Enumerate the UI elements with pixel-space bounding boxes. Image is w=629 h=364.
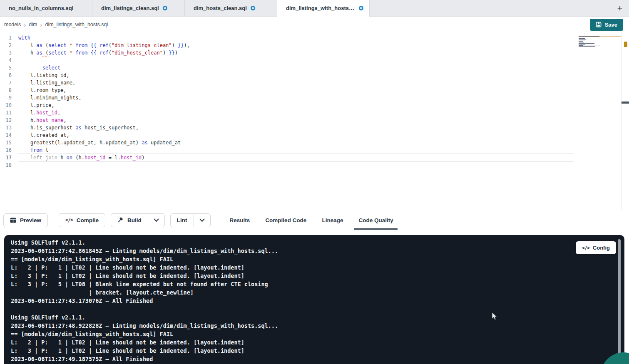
- code-line[interactable]: 2 l as (select * from {{ ref("dim_listin…: [0, 42, 629, 49]
- build-button-group: Build: [111, 213, 165, 227]
- tab-label: dim_listings_with_hosts.sql: [286, 5, 355, 11]
- code-text: l.price,: [18, 102, 574, 109]
- breadcrumb-item[interactable]: dim: [29, 22, 37, 27]
- code-line[interactable]: 17 left join h on (h.host_id = l.host_id…: [0, 154, 629, 161]
- code-text: left join h on (h.host_id = l.host_id): [18, 154, 574, 161]
- terminal-line: [11, 305, 624, 313]
- unsaved-dot-icon: [359, 6, 363, 10]
- line-number: 12: [0, 116, 18, 124]
- line-number: 9: [0, 94, 18, 102]
- terminal-line: == [models/dim/dim_listings_with_hosts.s…: [11, 255, 624, 263]
- lint-button[interactable]: Lint: [170, 213, 194, 227]
- panel-tab-code-quality[interactable]: Code Quality: [358, 215, 394, 225]
- code-line[interactable]: 15 greatest(l.updated_at, h.updated_at) …: [0, 139, 629, 146]
- code-text: l.listing_id,: [18, 72, 574, 79]
- build-button[interactable]: Build: [111, 213, 148, 227]
- code-text: from l: [18, 146, 574, 154]
- breadcrumb-item[interactable]: models: [4, 22, 21, 27]
- line-number: 15: [0, 139, 18, 146]
- tab-label: dim_listings_clean.sql: [101, 5, 159, 11]
- terminal-line: L: 3 | P: 1 | LT02 | Line should not be …: [11, 347, 624, 355]
- editor-tab[interactable]: dim_listings_with_hosts.sql: [277, 0, 370, 16]
- terminal-line: L: 2 | P: 1 | LT02 | Line should not be …: [11, 263, 624, 272]
- code-icon: </>: [582, 245, 589, 251]
- code-text: greatest(l.updated_at, h.updated_at) as …: [18, 139, 574, 146]
- terminal-line: L: 2 | P: 1 | LT02 | Line should not be …: [11, 338, 624, 347]
- chevron-right-icon: ›: [40, 22, 42, 28]
- code-text: l.room_type,: [18, 87, 574, 94]
- line-number: 16: [0, 146, 18, 154]
- code-line[interactable]: 1with: [0, 34, 629, 42]
- line-number: 7: [0, 79, 18, 87]
- code-text: l.host_id,: [18, 109, 574, 116]
- path-bar: models›dim›dim_listings_with_hosts.sql S…: [0, 17, 629, 32]
- line-number: 3: [0, 49, 18, 57]
- terminal-line: == [models/dim/dim_listings_with_hosts.s…: [11, 330, 624, 338]
- code-text: h as (select * from {{ ref("dim_hosts_cl…: [18, 49, 574, 57]
- breadcrumb-item[interactable]: dim_listings_with_hosts.sql: [45, 22, 108, 27]
- line-number: 1: [0, 34, 18, 42]
- compile-button[interactable]: </> Compile: [59, 213, 105, 227]
- preview-button[interactable]: Preview: [3, 213, 48, 227]
- minimap[interactable]: [579, 35, 621, 83]
- code-line[interactable]: 3 h as (select * from {{ ref("dim_hosts_…: [0, 49, 629, 57]
- compile-label: Compile: [77, 217, 99, 223]
- save-button[interactable]: Save: [590, 19, 623, 31]
- code-text: with: [18, 34, 574, 42]
- minimap-line: [579, 47, 621, 48]
- code-line[interactable]: 18: [0, 161, 629, 169]
- code-editor[interactable]: 1with2 l as (select * from {{ ref("dim_l…: [0, 32, 629, 210]
- code-line[interactable]: 7 l.listing_name,: [0, 79, 629, 87]
- line-number: 17: [0, 154, 18, 161]
- panel-tab-lineage[interactable]: Lineage: [321, 215, 344, 225]
- terminal-scrollbar[interactable]: [618, 239, 621, 362]
- chevron-right-icon: ›: [24, 22, 26, 28]
- code-line[interactable]: 14 l.created_at,: [0, 131, 629, 139]
- hammer-icon: [117, 217, 124, 223]
- code-line[interactable]: 13 h.is_superhost as host_is_superhost,: [0, 124, 629, 131]
- unsaved-dot-icon: [163, 6, 167, 10]
- tab-strip: no_nulls_in_columns.sqldim_listings_clea…: [0, 0, 370, 16]
- editor-tab[interactable]: dim_listings_clean.sql: [92, 0, 185, 16]
- panel-tab-compiled-code[interactable]: Compiled Code: [264, 215, 307, 225]
- code-line[interactable]: 12 h.host_name,: [0, 116, 629, 124]
- code-line[interactable]: 8 l.room_type,: [0, 87, 629, 94]
- lint-dropdown-button[interactable]: [194, 213, 211, 227]
- code-text: l.created_at,: [18, 131, 574, 139]
- code-text: [18, 161, 574, 169]
- terminal-line: Using SQLFluff v2.1.1.: [11, 313, 624, 322]
- action-toolbar: Preview </> Compile Build Lint: [0, 210, 629, 230]
- new-tab-button[interactable]: +: [611, 0, 629, 16]
- config-label: Config: [593, 245, 610, 251]
- code-text: l.minimum_nights,: [18, 94, 574, 102]
- line-number: 2: [0, 42, 18, 49]
- panel-tab-results[interactable]: Results: [229, 215, 251, 225]
- terminal-line: | bracket. [layout.cte_newline]: [11, 288, 624, 297]
- editor-tab[interactable]: no_nulls_in_columns.sql: [0, 0, 92, 16]
- chevron-down-icon: [154, 218, 159, 222]
- terminal-line: 2023-06-06T11:27:48.922828Z — Linting mo…: [11, 322, 624, 330]
- line-number: 18: [0, 161, 18, 169]
- code-line[interactable]: 10 l.price,: [0, 102, 629, 109]
- editor-tab[interactable]: dim_hosts_clean.sql: [185, 0, 277, 16]
- tab-bar: no_nulls_in_columns.sqldim_listings_clea…: [0, 0, 629, 17]
- scroll-position-marker: [622, 102, 629, 104]
- overview-ruler[interactable]: [621, 32, 629, 210]
- code-line[interactable]: 11 l.host_id,: [0, 109, 629, 116]
- line-number: 6: [0, 72, 18, 79]
- terminal-line: Using SQLFluff v2.1.1.: [11, 238, 624, 247]
- code-line[interactable]: 5 select: [0, 64, 629, 72]
- code-line[interactable]: 9 l.minimum_nights,: [0, 94, 629, 102]
- code-line[interactable]: 4: [0, 57, 629, 64]
- line-number: 8: [0, 87, 18, 94]
- code-line[interactable]: 16 from l: [0, 146, 629, 154]
- chevron-down-icon: [199, 218, 205, 222]
- code-line[interactable]: 6 l.listing_id,: [0, 72, 629, 79]
- code-text: select: [18, 64, 574, 72]
- code-text: [18, 57, 574, 64]
- build-dropdown-button[interactable]: [148, 213, 165, 227]
- terminal-line: 2023-06-06T11:27:43.173076Z — All Finish…: [11, 297, 624, 305]
- code-lines: 1with2 l as (select * from {{ ref("dim_l…: [0, 34, 629, 169]
- config-button[interactable]: </> Config: [576, 241, 616, 254]
- code-icon: </>: [65, 217, 73, 223]
